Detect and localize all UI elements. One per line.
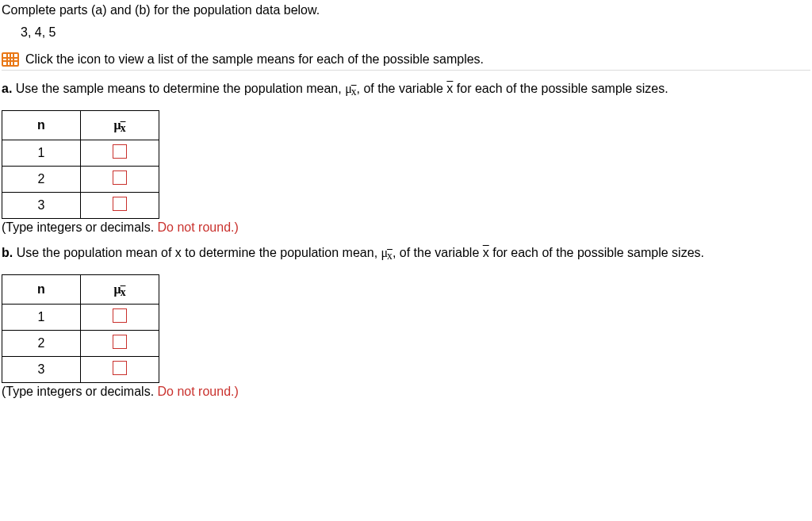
part-b-question: b. Use the population mean of x to deter…	[2, 246, 810, 260]
part-b-n-2: 2	[2, 331, 81, 357]
part-b-n-3: 3	[2, 357, 81, 383]
table-icon[interactable]	[2, 52, 19, 67]
part-b-n-1: 1	[2, 305, 81, 331]
part-a-table: n μx 1 2 3	[2, 110, 159, 219]
part-b-label: b.	[2, 246, 13, 259]
part-a-label: a.	[2, 82, 12, 95]
part-a-input-1[interactable]	[113, 144, 127, 159]
table-row: 1	[2, 140, 159, 167]
sample-means-popup-row[interactable]: Click the icon to view a list of the sam…	[2, 52, 810, 67]
table-row: 2	[2, 331, 159, 357]
separator	[2, 70, 810, 71]
part-a-n-2: 2	[2, 167, 81, 193]
part-b-table: n μx 1 2 3	[2, 274, 159, 383]
table-row: 2	[2, 167, 159, 193]
part-a-header-n: n	[2, 111, 81, 140]
part-a-input-2[interactable]	[113, 170, 127, 185]
table-row: 3	[2, 193, 159, 219]
sample-means-popup-label: Click the icon to view a list of the sam…	[25, 52, 484, 67]
part-a-header-mu: μx	[81, 111, 159, 140]
part-b-hint: (Type integers or decimals. Do not round…	[2, 385, 810, 399]
question-intro-line1: Complete parts (a) and (b) for the popul…	[2, 3, 810, 17]
part-a-n-1: 1	[2, 140, 81, 167]
part-a-n-3: 3	[2, 193, 81, 219]
part-b-input-3[interactable]	[113, 361, 127, 375]
part-a-hint: (Type integers or decimals. Do not round…	[2, 220, 810, 235]
population-data-values: 3, 4, 5	[21, 25, 810, 40]
table-row: 1	[2, 305, 159, 331]
part-b-input-1[interactable]	[113, 308, 127, 323]
part-b-header-mu: μx	[81, 275, 159, 305]
part-b-header-n: n	[2, 275, 81, 305]
table-row: 3	[2, 357, 159, 383]
part-a-input-3[interactable]	[113, 197, 127, 211]
part-b-input-2[interactable]	[113, 335, 127, 349]
part-a-question: a. Use the sample means to determine the…	[2, 82, 810, 96]
